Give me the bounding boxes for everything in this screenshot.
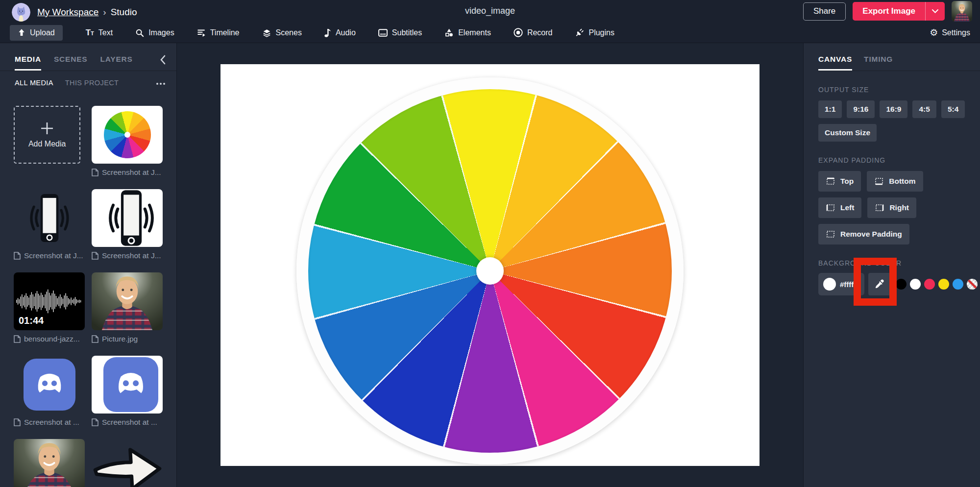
portrait-photo xyxy=(14,439,85,487)
size-option-4-5[interactable]: 4:5 xyxy=(912,100,936,118)
add-media-button[interactable]: Add Media xyxy=(14,106,80,164)
chevron-left-icon xyxy=(160,55,166,65)
padding-row-3: Remove Padding xyxy=(818,224,980,244)
media-thumb-phone[interactable] xyxy=(14,189,85,247)
wheel-center-hub xyxy=(476,257,504,285)
share-button[interactable]: Share xyxy=(803,2,846,21)
cat-avatar-icon xyxy=(12,3,30,22)
tab-layers[interactable]: LAYERS xyxy=(100,55,133,71)
media-item-arrow xyxy=(92,439,163,487)
filter-all-media[interactable]: ALL MEDIA xyxy=(15,79,53,87)
custom-size-row: Custom Size xyxy=(818,124,980,142)
media-thumb-discord[interactable] xyxy=(14,356,85,414)
media-grid: Add Media Screenshot at J... xyxy=(14,106,163,487)
swatch-f6dc10[interactable] xyxy=(938,279,949,290)
sidebar-tabs: MEDIA SCENES LAYERS xyxy=(0,43,176,71)
breadcrumb-current-page: Studio xyxy=(111,7,137,18)
pad-right-button[interactable]: Right xyxy=(867,197,916,218)
file-icon xyxy=(92,418,98,426)
pad-bottom-button[interactable]: Bottom xyxy=(867,171,923,192)
media-label: Screenshot at ... xyxy=(92,417,163,427)
media-label: Screenshot at ... xyxy=(14,417,85,427)
media-thumb-portrait[interactable] xyxy=(14,439,85,487)
add-media-cell: Add Media xyxy=(14,106,85,177)
media-item-phone-dark: Screenshot at J... xyxy=(14,189,85,261)
toolbar-item-upload[interactable]: Upload xyxy=(10,25,63,41)
audio-file-icon xyxy=(14,335,21,343)
toolbar-label: Upload xyxy=(30,28,55,37)
filter-this-project[interactable]: THIS PROJECT xyxy=(65,79,119,87)
discord-mascot-icon xyxy=(108,362,153,407)
more-options-button[interactable] xyxy=(156,78,166,87)
remove-padding-button[interactable]: Remove Padding xyxy=(818,224,909,244)
timeline-icon xyxy=(197,28,206,37)
tab-scenes[interactable]: SCENES xyxy=(54,55,88,71)
media-thumb-discord-white[interactable] xyxy=(92,356,163,414)
toolbar-item-images[interactable]: Images xyxy=(124,25,185,41)
output-size-options: 1:1 9:16 16:9 4:5 5:4 xyxy=(818,100,980,118)
breadcrumb-workspace-link[interactable]: My Workspace xyxy=(37,7,98,18)
toolbar-item-record[interactable]: Record xyxy=(502,25,564,41)
tab-canvas[interactable]: CANVAS xyxy=(818,55,852,71)
toolbar-label: Timeline xyxy=(210,28,240,37)
toolbar-item-elements[interactable]: Elements xyxy=(433,25,502,41)
current-color-hex: #ffffff xyxy=(840,280,858,289)
custom-size-button[interactable]: Custom Size xyxy=(818,124,877,142)
export-image-label: Export Image xyxy=(853,2,925,21)
swatch-ef2c55[interactable] xyxy=(924,279,935,290)
size-option-5-4[interactable]: 5:4 xyxy=(941,100,965,118)
gear-icon: ⚙ xyxy=(930,28,938,37)
swatch-transparent[interactable] xyxy=(967,279,978,290)
media-thumb-picture[interactable] xyxy=(92,272,163,330)
add-media-label: Add Media xyxy=(28,140,66,148)
editor-workspace xyxy=(177,43,803,487)
project-title[interactable]: video_image xyxy=(465,6,515,16)
toolbar-item-subtitles[interactable]: Subtitles xyxy=(367,25,433,41)
size-option-9-16[interactable]: 9:16 xyxy=(847,100,875,118)
media-item-discord-dark: Screenshot at ... xyxy=(14,356,85,427)
pad-top-button[interactable]: Top xyxy=(818,171,861,192)
media-thumb-arrow[interactable] xyxy=(92,439,163,487)
user-avatar[interactable] xyxy=(952,1,972,22)
breadcrumb: My Workspace › Studio xyxy=(37,7,137,18)
toolbar-label: Audio xyxy=(336,28,356,37)
audio-waveform xyxy=(15,285,83,317)
toolbar-label: Subtitles xyxy=(392,28,422,37)
swatch-ffffff[interactable] xyxy=(910,279,921,290)
media-thumb-phone-white[interactable] xyxy=(92,189,163,247)
media-item-picture: Picture.jpg xyxy=(92,272,163,344)
current-color-pill[interactable]: #ffffff xyxy=(818,273,864,295)
current-color-swatch xyxy=(823,278,836,291)
video-canvas[interactable] xyxy=(220,64,760,466)
pad-right-icon xyxy=(875,203,884,213)
toolbar-item-text[interactable]: TT Text xyxy=(74,25,124,41)
swatch-2d9bed[interactable] xyxy=(953,279,963,290)
tab-media[interactable]: MEDIA xyxy=(15,55,41,71)
toolbar-item-audio[interactable]: Audio xyxy=(313,25,367,41)
ellipsis-icon xyxy=(156,82,166,85)
text-icon: TT xyxy=(86,28,94,37)
media-thumb-audio[interactable]: 01:44 xyxy=(14,272,85,330)
background-color-heading: BACKGROUND COLOR xyxy=(818,259,980,267)
toolbar-item-plugins[interactable]: Plugins xyxy=(564,25,625,41)
export-image-button[interactable]: Export Image xyxy=(853,2,945,21)
size-option-16-9[interactable]: 16:9 xyxy=(880,100,907,118)
toolbar-item-scenes[interactable]: Scenes xyxy=(251,25,313,41)
topbar-actions: Share Export Image xyxy=(803,1,972,22)
canvas-panel: CANVAS TIMING OUTPUT SIZE 1:1 9:16 16:9 … xyxy=(803,43,980,487)
swatch-000000[interactable] xyxy=(896,279,906,290)
color-wheel[interactable] xyxy=(296,77,684,464)
toolbar-item-timeline[interactable]: Timeline xyxy=(186,25,251,41)
workspace-avatar[interactable] xyxy=(12,3,30,22)
size-option-1-1[interactable]: 1:1 xyxy=(818,100,842,118)
tab-timing[interactable]: TIMING xyxy=(864,55,893,71)
media-label: Screenshot at J... xyxy=(92,168,163,177)
collapse-sidebar-button[interactable] xyxy=(160,55,166,71)
media-thumb-colorwheel[interactable] xyxy=(92,106,163,164)
export-options-dropdown[interactable] xyxy=(925,2,945,21)
plug-icon xyxy=(575,28,584,37)
canvas-panel-tabs: CANVAS TIMING xyxy=(818,43,980,71)
pad-left-button[interactable]: Left xyxy=(818,197,861,218)
settings-button[interactable]: ⚙ Settings xyxy=(930,28,970,37)
eyedropper-button[interactable] xyxy=(868,273,891,295)
